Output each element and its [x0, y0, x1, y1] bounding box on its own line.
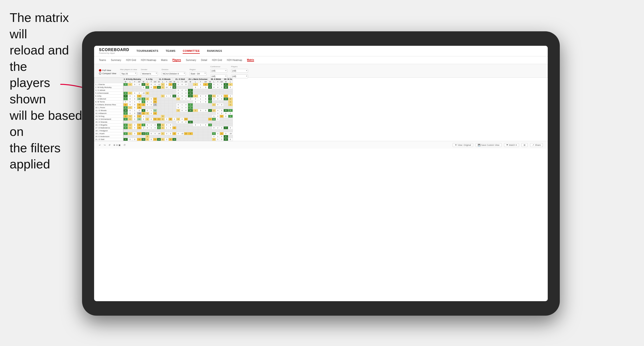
- nav-item-committee[interactable]: COMMITTEE: [183, 48, 200, 54]
- matrix-cell: 0: [184, 106, 188, 109]
- matrix-cell: 1: [153, 138, 157, 141]
- matrix-cell: 0: [180, 83, 184, 86]
- matrix-cell: 6: [224, 83, 228, 86]
- sub-nav-h2h-heatmap2[interactable]: H2H Heatmap: [227, 59, 242, 61]
- matrix-cell: 1: [172, 127, 176, 129]
- watch-button[interactable]: ⚑ Watch ▾: [504, 143, 519, 147]
- matrix-cell: 0: [184, 89, 188, 92]
- matrix-cell: 0: [169, 86, 172, 89]
- matrix-cell: 0: [180, 118, 184, 121]
- table-row: 17. D Ballesteros3106-20103110102070: [94, 127, 233, 129]
- region-label: Region: [190, 68, 206, 71]
- redo-button[interactable]: ↪: [104, 144, 106, 146]
- matrix-cell: [193, 129, 198, 132]
- region-select-wrap: East - DII (All): [190, 71, 206, 76]
- players-select[interactable]: (All): [231, 69, 248, 73]
- matrix-cell: [153, 106, 157, 109]
- nav-item-rankings[interactable]: RANKINGS: [207, 48, 222, 54]
- matrix-cell: 0: [132, 92, 137, 95]
- matrix-cell: 0: [193, 124, 198, 127]
- matrix-cell: 1: [176, 118, 180, 121]
- matrix-cell: [142, 129, 146, 132]
- reset-button[interactable]: ↺: [108, 144, 110, 146]
- conference-select2[interactable]: (All): [210, 74, 227, 78]
- undo-button[interactable]: ↩: [99, 144, 101, 146]
- players-select2[interactable]: (All): [231, 74, 248, 78]
- compact-view-radio[interactable]: Compact View: [99, 72, 116, 75]
- matrix-cell: 0: [132, 103, 137, 106]
- matrix-cell: 3: [146, 83, 149, 86]
- matrix-cell: 0: [137, 109, 142, 112]
- sub-nav-matrix2[interactable]: Matrix: [247, 59, 254, 62]
- matrix-cell: [198, 118, 203, 121]
- matrix-cell: [220, 89, 224, 92]
- matrix-cell: 0: [220, 127, 224, 129]
- sub-nav-h2h-heatmap[interactable]: H2H Heatmap: [141, 59, 156, 61]
- share-button[interactable]: ↗ Share: [530, 143, 543, 147]
- matrix-cell: 0: [128, 100, 132, 103]
- matrix-cell: [193, 115, 198, 118]
- matrix-cell: 0: [220, 109, 224, 112]
- matrix-cell: [149, 115, 153, 118]
- matrix-cell: 0: [220, 95, 224, 98]
- matrix-cell: [198, 127, 203, 129]
- max-players-select[interactable]: Top 25 Top 50 All: [120, 72, 137, 76]
- sub-nav-detail[interactable]: Detail: [201, 59, 207, 61]
- matrix-cell: [203, 89, 208, 92]
- full-view-radio[interactable]: Full View: [99, 69, 116, 72]
- view-original-label: View: Original: [458, 144, 471, 146]
- layout-button[interactable]: ⊞: [522, 143, 528, 147]
- view-original-button[interactable]: 👁 View: Original: [453, 143, 473, 147]
- sub-nav-h2h-grid2[interactable]: H2H Grid: [212, 59, 222, 61]
- matrix-cell: [172, 89, 176, 92]
- matrix-cell: 3: [161, 115, 165, 118]
- matrix-area[interactable]: 2. M Kelly Mulcahy 6. A Dy 11. G Woods 2…: [94, 78, 548, 141]
- gender-select[interactable]: Women's Men's: [141, 72, 158, 76]
- matrix-cell: 1: [128, 132, 132, 135]
- matrix-cell: [161, 89, 165, 92]
- clock-button[interactable]: ⏱: [124, 144, 126, 146]
- matrix-cell: 0: [176, 83, 180, 86]
- sub-nav-summary2[interactable]: Summary: [186, 59, 196, 61]
- matrix-cell: 0: [153, 127, 157, 129]
- matrix-cell: [161, 129, 165, 132]
- matrix-cell: 40: [157, 86, 161, 89]
- sub-nav-matrix[interactable]: Matrix: [161, 59, 168, 61]
- matrix-cell: 0: [146, 127, 149, 129]
- col-header-stoll: 21. O Stoll: [172, 78, 188, 81]
- sub-dif4: Dif: [184, 81, 188, 83]
- matrix-cell: [208, 112, 212, 115]
- sub-nav-summary[interactable]: Summary: [111, 59, 121, 61]
- nav-item-tournaments[interactable]: TOURNAMENTS: [136, 48, 158, 54]
- nav-item-teams[interactable]: TEAMS: [166, 48, 176, 54]
- matrix-cell: -4: [188, 98, 193, 100]
- division-select[interactable]: NCAA Division II NCAA Division I NCAA Di…: [162, 72, 186, 76]
- matrix-cell: 14: [188, 95, 193, 98]
- sub-l7: L: [228, 81, 232, 83]
- region-select[interactable]: East - DII (All): [190, 72, 206, 76]
- col-header-mulcahy: 2. M Kelly Mulcahy: [123, 78, 142, 81]
- matrix-cell: 33: [142, 138, 146, 141]
- conference-select[interactable]: (All): [210, 69, 227, 73]
- matrix-cell: 4: [137, 95, 142, 98]
- matrix-cell: [193, 132, 198, 135]
- matrix-cell: 0: [149, 138, 153, 141]
- table-row: 13. N Klug1101-2302108: [94, 115, 233, 118]
- row-name: 19. J Kanh: [94, 132, 123, 135]
- save-custom-button[interactable]: 💾 Save Custom View: [476, 143, 502, 147]
- matrix-cell: [203, 121, 208, 124]
- sub-nav-teams[interactable]: Teams: [99, 59, 106, 61]
- matrix-cell: [224, 129, 228, 132]
- sub-nav-h2h-grid[interactable]: H2H Grid: [126, 59, 136, 61]
- matrix-cell: [149, 95, 153, 98]
- matrix-cell: 7: [146, 86, 149, 89]
- matrix-cell: [224, 124, 228, 127]
- sub-nav-players[interactable]: Players: [172, 59, 181, 62]
- matrix-cell: [132, 121, 137, 124]
- filter-players: Players (All) (All): [231, 66, 248, 78]
- matrix-cell: [157, 92, 161, 95]
- matrix-cell: 0: [193, 86, 198, 89]
- zoom-controls[interactable]: ⊕ ⊖ ▣: [114, 144, 121, 146]
- filter-region: Region East - DII (All): [190, 68, 206, 76]
- watch-chevron: ▾: [516, 144, 517, 146]
